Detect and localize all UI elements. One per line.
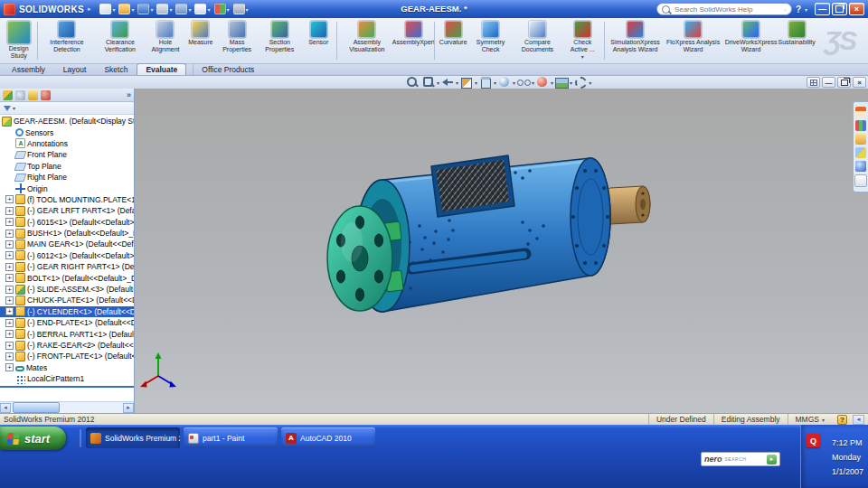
previous-view-button[interactable]: ▾ — [440, 76, 458, 89]
tab-sketch[interactable]: Sketch — [95, 63, 137, 75]
print-button[interactable]: ▾ — [156, 4, 172, 14]
options-button[interactable]: ▾ — [233, 4, 249, 14]
configurationmanager-icon[interactable] — [28, 90, 38, 100]
tab-office-products[interactable]: Office Products — [193, 63, 263, 75]
flange-part[interactable] — [327, 206, 392, 311]
tree-item-gear-right-part[interactable]: +(-) GEAR RIGHT PART<1> (Defaul — [0, 261, 134, 272]
curvature-button[interactable]: Curvature — [437, 19, 469, 62]
apply-scene-button[interactable]: ▾ — [554, 76, 572, 89]
new-button[interactable]: ▾ — [99, 4, 115, 14]
save-button[interactable]: ▾ — [137, 4, 153, 14]
select-button[interactable]: ▾ — [194, 4, 210, 14]
gear-assembly-model[interactable] — [140, 155, 650, 388]
hole-alignment-button[interactable]: Hole Alignment — [146, 19, 184, 62]
appearances-button[interactable] — [854, 161, 868, 172]
status-help-icon[interactable]: ? — [837, 415, 847, 425]
start-button[interactable]: start — [0, 427, 66, 450]
scrollbar-thumb[interactable] — [13, 402, 60, 413]
propertymanager-icon[interactable] — [15, 90, 25, 100]
close-button[interactable]: × — [849, 3, 864, 15]
tree-item-chuck-plate-1-defa[interactable]: +CHUCK-PLATE<1> (Default<<Def — [0, 295, 134, 305]
minimize-button[interactable]: — — [815, 3, 830, 15]
featuremanager-icon[interactable] — [3, 90, 13, 100]
expand-toggle[interactable]: + — [5, 352, 14, 361]
view-orientation-button[interactable]: ▾ — [478, 76, 496, 89]
zoom-area-button[interactable]: ▾ — [421, 76, 439, 89]
floxpress-wizard-button[interactable]: FloXpress Analysis Wizard — [665, 19, 722, 62]
expand-toggle[interactable]: + — [5, 218, 14, 226]
minimize-button[interactable]: — — [822, 77, 835, 88]
tab-assembly[interactable]: Assembly — [3, 63, 54, 75]
solidworks-resources-button[interactable] — [854, 107, 868, 117]
section-view-button[interactable]: ▾ — [459, 76, 477, 89]
expand-toggle[interactable]: + — [5, 263, 14, 271]
restore-button[interactable] — [837, 77, 851, 88]
expand-toggle[interactable]: + — [5, 274, 14, 282]
view-palette-button[interactable] — [854, 147, 868, 158]
menu-flyout-arrow-icon[interactable]: ▸ — [88, 5, 91, 13]
section-properties-button[interactable]: Section Properties — [257, 19, 302, 62]
compare-documents-button[interactable]: Compare Documents — [512, 19, 563, 62]
expand-toggle[interactable]: + — [5, 319, 14, 327]
tree-item-slide-assem-3[interactable]: +(-) SLIDE-ASSEM.<3> (Default<Di — [0, 284, 134, 295]
display-style-button[interactable]: ▾ — [497, 76, 515, 89]
status-mmgs[interactable]: MMGS▾ — [788, 414, 832, 425]
tree-item-bolt-1-default-de[interactable]: +BOLT<1> (Default<<Default>_Di — [0, 272, 134, 283]
tree-item-right-plane[interactable]: Right Plane — [0, 172, 134, 183]
graphics-area[interactable] — [135, 89, 868, 413]
tree-item-bush-1-default-de[interactable]: +BUSH<1> (Default<<Default>_Di — [0, 228, 134, 239]
close-button[interactable]: × — [853, 77, 866, 88]
tree-item-rake-gear-2-de[interactable]: +(-) RAKE-GEAR<2> (Default<<De — [0, 340, 134, 351]
tree-item-top-plane[interactable]: Top Plane — [0, 161, 134, 172]
panel-chevron[interactable]: » — [127, 90, 131, 99]
displaymanager-icon[interactable] — [41, 90, 51, 100]
tree-item-mates[interactable]: +Mates — [0, 362, 134, 373]
taskbar-app-part1-paint[interactable]: part1 - Paint — [184, 427, 278, 448]
sensor-button[interactable]: Sensor — [302, 19, 335, 62]
tree-item-gear-lrft-part-1[interactable]: +(-) GEAR LRFT PART<1> (Default- — [0, 205, 134, 216]
tree-item-origin[interactable]: Origin — [0, 183, 134, 193]
nero-search-box[interactable]: nero SEARCH ► — [701, 452, 780, 466]
expand-toggle[interactable]: + — [5, 363, 14, 371]
view-settings-button[interactable]: ▾ — [573, 76, 591, 89]
model-3d[interactable] — [135, 89, 866, 413]
design-library-button[interactable] — [854, 120, 868, 131]
mass-properties-button[interactable]: Mass Properties — [217, 19, 258, 62]
expand-toggle[interactable]: + — [5, 207, 14, 215]
simulationxpress-wizard-button[interactable]: SimulationXpress Analysis Wizard — [607, 19, 665, 62]
tree-item-end-plate-1-de[interactable]: +(-) END-PLATE<1> (Default<<Def — [0, 317, 134, 328]
help-button[interactable]: ? — [796, 5, 801, 14]
tree-item-cylender-1-def[interactable]: +(-) CYLENDER<1> (Default<<Def — [0, 306, 134, 317]
nero-go-button[interactable]: ► — [767, 455, 777, 465]
assembly-visualization-button[interactable]: Assembly Visualization — [339, 19, 394, 62]
taskbar-app-autocad-2010[interactable]: AAutoCAD 2010 — [281, 427, 375, 448]
tab-layout[interactable]: Layout — [54, 63, 96, 75]
open-button[interactable]: ▾ — [118, 4, 134, 14]
expand-toggle[interactable]: + — [5, 286, 14, 294]
expand-toggle[interactable]: + — [5, 251, 14, 259]
search-box[interactable]: ▾ — [656, 3, 792, 15]
check-active-button[interactable]: Check Active ...▾ — [563, 19, 602, 62]
rebuild-button[interactable]: ▾ — [214, 4, 230, 14]
tray-q-icon[interactable]: Q — [807, 434, 820, 447]
interference-detection-button[interactable]: Interference Detection — [40, 19, 93, 62]
edit-appearance-button[interactable]: ▾ — [535, 76, 553, 89]
scroll-right-button[interactable]: ► — [123, 403, 134, 413]
clearance-verification-button[interactable]: Clearance Verification — [94, 19, 147, 62]
tree-item-annotations[interactable]: Annotations — [0, 138, 134, 149]
expand-toggle[interactable]: + — [5, 230, 14, 238]
zoom-fit-button[interactable] — [405, 76, 420, 89]
sustainability-button[interactable]: Sustainability — [780, 19, 814, 62]
tree-item-front-plane[interactable]: Front Plane — [0, 149, 134, 160]
driveworksxpress-wizard-button[interactable]: DriveWorksXpress Wizard — [722, 19, 780, 62]
expand-toggle[interactable]: + — [5, 240, 14, 249]
tree-item-berral-part1-1[interactable]: +(-) BERRAL PART1<1> (Default<< — [0, 328, 134, 339]
tree-item-localcirpattern1[interactable]: LocalCirPattern1 — [0, 373, 134, 384]
file-explorer-button[interactable] — [854, 134, 868, 145]
restore-button[interactable] — [832, 3, 847, 15]
horizontal-scrollbar[interactable]: ◄ ► — [0, 401, 134, 413]
taskbar-app-solidworks-premium-2[interactable]: SolidWorks Premium 2... — [86, 427, 180, 448]
expand-toggle[interactable]: + — [5, 296, 14, 305]
design-study-button[interactable]: Design Study — [2, 19, 35, 62]
tree-item-6015-1-default[interactable]: +(-) 6015<1> (Default<<Default>_ — [0, 217, 134, 228]
